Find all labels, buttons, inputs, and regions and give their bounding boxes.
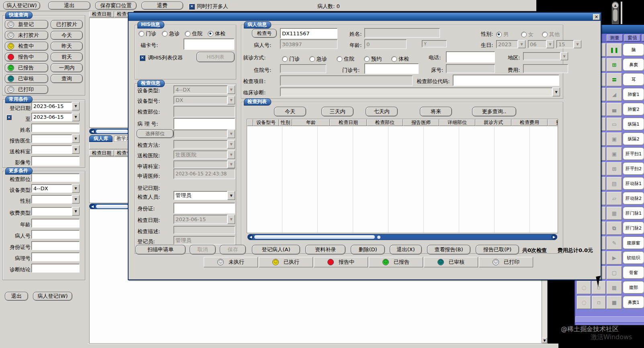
report-doctor-combo[interactable]: ▼ xyxy=(31,134,80,143)
clinical-dx-combo[interactable]: ▼ xyxy=(280,88,560,96)
filter-3days-button[interactable]: 三天内 xyxy=(321,107,354,116)
range-query-button[interactable]: 查询 xyxy=(51,74,83,83)
chevron-down-icon[interactable]: ▼ xyxy=(227,161,235,168)
scroll-up-icon[interactable]: ▲ xyxy=(612,2,618,8)
fee-type-filter-value[interactable] xyxy=(31,207,72,216)
layout-tool-icon[interactable]: ⧉ xyxy=(607,222,622,235)
bg-col-exam-date-2[interactable]: 检查日期 xyxy=(89,150,114,156)
range-printedfilm-button[interactable]: 已打胶片 xyxy=(51,20,83,29)
col-exam-fee[interactable]: 检查费用 xyxy=(511,119,548,126)
to-date-checkbox[interactable]: ✕ xyxy=(6,115,12,120)
report-taken-button[interactable]: 报告已取(P) xyxy=(476,245,519,254)
birth-month-combo[interactable]: 06▼ xyxy=(528,40,554,48)
exam-no-button[interactable]: 检查号 xyxy=(252,29,277,38)
dialog-exit-button[interactable]: 退出(X) xyxy=(390,245,422,254)
scroll-knob[interactable] xyxy=(377,236,380,239)
chevron-down-icon[interactable]: ▼ xyxy=(72,195,80,204)
his-radio-physical[interactable]: 体检 xyxy=(208,30,225,37)
col-status[interactable] xyxy=(247,119,253,126)
preset-button[interactable]: 肝门脉1 xyxy=(623,207,644,220)
fee-type-filter-combo[interactable]: ▼ xyxy=(31,207,80,216)
legend-executed[interactable]: ☺已执行 xyxy=(259,257,313,267)
exit-button-top[interactable]: 退出 xyxy=(48,2,90,10)
sidebar-exit-button[interactable]: 退出 xyxy=(5,292,28,301)
layout-tool-icon[interactable]: ▦ xyxy=(607,207,622,220)
path-no-filter-input[interactable] xyxy=(31,252,80,261)
refund-button[interactable]: 退费 xyxy=(141,2,183,10)
checkbox-checked-icon[interactable]: ✕ xyxy=(189,4,195,10)
filter-today-button[interactable]: 今天 xyxy=(274,107,306,116)
chevron-down-icon[interactable]: ▼ xyxy=(72,207,80,216)
radio-icon[interactable] xyxy=(364,56,370,62)
status-examining-button[interactable]: ☺检查中 xyxy=(5,42,48,51)
status-audited-button[interactable]: ☺已审核 xyxy=(5,74,48,83)
col-device-model[interactable]: 设备型号 xyxy=(253,119,279,126)
mag-card-input[interactable] xyxy=(184,39,234,50)
col-detail-part[interactable]: 详细部位 xyxy=(439,119,475,126)
radio-icon[interactable] xyxy=(521,32,527,37)
chevron-down-icon[interactable]: ▼ xyxy=(227,191,235,200)
chevron-down-icon[interactable]: ▼ xyxy=(227,85,235,94)
exam-no-input[interactable]: DX111567 xyxy=(280,28,337,39)
req-dept-combo[interactable]: ▼ xyxy=(174,161,235,168)
birth-day-combo[interactable]: 15▼ xyxy=(556,40,581,48)
select-part-combo[interactable]: ▼ xyxy=(174,130,235,138)
preset-button[interactable]: 腹部 xyxy=(623,281,644,294)
preset-button[interactable]: 脑 xyxy=(623,43,644,56)
chevron-down-icon[interactable]: ▼ xyxy=(574,40,581,48)
patient-no-filter-input[interactable] xyxy=(31,230,80,239)
chevron-down-icon[interactable]: ▼ xyxy=(227,96,235,104)
layout-tool-icon[interactable]: ⊞ xyxy=(607,58,622,71)
save-window-pos-button[interactable]: 保存窗口位置 xyxy=(95,2,137,10)
tab-measure[interactable]: 测量 xyxy=(607,35,623,41)
preset-button[interactable]: 耳 xyxy=(623,73,644,86)
chevron-down-icon[interactable]: ▼ xyxy=(72,184,80,193)
exam-date-combo[interactable]: 2023-06-15▼ xyxy=(174,215,235,224)
view-report-button[interactable]: 查看报告(B) xyxy=(427,245,470,254)
status-nofilm-button[interactable]: ☺未打胶片 xyxy=(5,31,48,40)
layout-tool-icon[interactable]: ▣ xyxy=(607,147,622,161)
preset-button[interactable]: 肝门脉2 xyxy=(623,222,644,234)
preset-button[interactable]: 纵隔1 xyxy=(623,118,644,130)
filter-future-button[interactable]: 将来 xyxy=(420,107,452,116)
phone-input[interactable] xyxy=(446,51,495,63)
chevron-down-icon[interactable]: ▼ xyxy=(552,88,560,96)
dialog-titlebar[interactable] xyxy=(129,13,601,21)
scroll-left-icon[interactable]: ◀ xyxy=(248,234,254,240)
scroll-thumb[interactable] xyxy=(254,235,375,239)
chevron-down-icon[interactable]: ▼ xyxy=(518,40,525,48)
radio-icon[interactable] xyxy=(391,56,397,62)
method-combo[interactable]: ▼ xyxy=(174,140,235,149)
status-reported-button[interactable]: ☺已报告 xyxy=(5,63,48,72)
exam-table-body[interactable] xyxy=(247,126,558,233)
gender-radio-female[interactable]: 女 xyxy=(521,31,534,38)
chevron-down-icon[interactable]: ▼ xyxy=(72,145,80,154)
his-radio-outpatient[interactable]: 门诊 xyxy=(139,30,156,37)
reg-date-value[interactable]: 2023-06-15 xyxy=(31,102,72,110)
col-fee-type[interactable]: 费用类别 xyxy=(548,119,558,126)
radio-icon[interactable] xyxy=(185,31,190,37)
dialog-close-button[interactable]: ✕ xyxy=(593,14,600,20)
layout-tool-icon[interactable]: ▶ xyxy=(607,251,622,265)
device-type-filter-combo[interactable]: 4--DX▼ xyxy=(31,184,80,193)
device-type-filter-value[interactable]: 4--DX xyxy=(31,184,72,193)
multi-open-checkbox[interactable]: ✕ 同时打开多人 xyxy=(189,3,228,10)
range-yesterday-button[interactable]: 昨天 xyxy=(51,42,83,51)
gender-filter-combo[interactable]: ▼ xyxy=(31,195,80,204)
scroll-left-icon[interactable]: ◀ xyxy=(90,129,95,134)
his-device-checkbox[interactable]: ✕ 调HIS列表仪器 xyxy=(139,54,183,61)
birth-year-combo[interactable]: 2023▼ xyxy=(496,40,525,48)
device-type-combo[interactable]: 4--DX▼ xyxy=(174,85,235,94)
preset-button[interactable]: 鼻窦 xyxy=(623,58,644,71)
preset-button[interactable]: 肝动脉2 xyxy=(623,192,644,205)
legend-printed[interactable]: ☺已打印 xyxy=(479,257,533,267)
chevron-down-icon[interactable]: ▼ xyxy=(72,134,80,143)
clinical-dx-value[interactable] xyxy=(280,88,552,96)
layout-tool-icon[interactable]: 〓 xyxy=(607,73,622,86)
chevron-down-icon[interactable]: ▼ xyxy=(72,102,80,110)
range-today-button[interactable]: 今天 xyxy=(51,31,83,40)
preset-button[interactable]: 纵隔2 xyxy=(623,132,644,145)
cancel-button[interactable]: 取消 xyxy=(190,245,216,254)
radio-selected-icon[interactable] xyxy=(496,32,502,37)
preset-button[interactable]: 肝动脉1 xyxy=(623,177,644,190)
